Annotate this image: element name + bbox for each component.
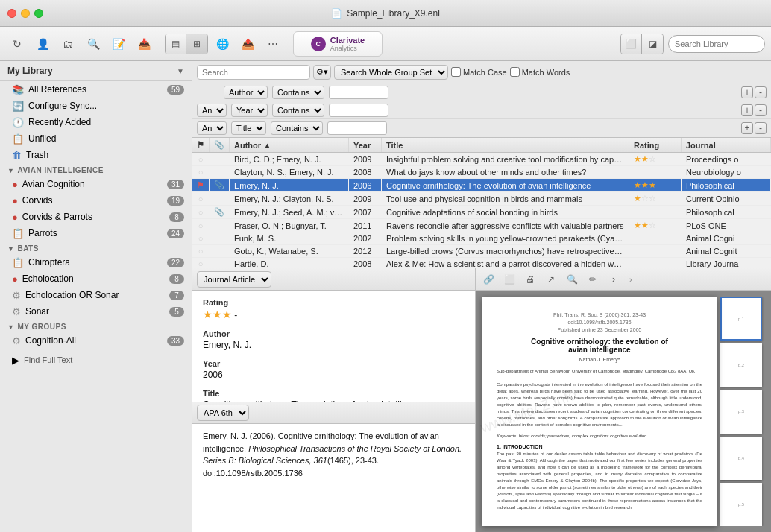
sidebar-item-sonar[interactable]: ⚙ Sonar 5 [0, 303, 192, 320]
filter-1-add-button[interactable]: + [741, 86, 753, 98]
pdf-link-button[interactable]: 🔗 [480, 271, 497, 288]
match-words-label[interactable]: Match Words [510, 67, 570, 77]
sidebar-item-corvids-parrots[interactable]: ● Corvids & Parrots 8 [0, 209, 192, 225]
table-row[interactable]: ○ Hartle, D. 2008 Alex & Me: How a scien… [192, 258, 771, 269]
group-avian-intelligence[interactable]: ▼ Avian Intelligence [0, 163, 192, 176]
new-ref-button[interactable]: 📝 [107, 33, 130, 55]
match-case-label[interactable]: Match Case [451, 67, 507, 77]
pdf-thumb-1[interactable]: p.1 [720, 297, 762, 341]
search-button[interactable]: 🔍 [82, 33, 104, 55]
filter-1-value[interactable] [329, 86, 388, 99]
sidebar-item-corvids[interactable]: ● Corvids 19 [0, 192, 192, 209]
clarivate-button[interactable]: C Clarivate Analytics [293, 31, 383, 57]
sidebar-item-all-references[interactable]: 📚 All References 59 [0, 81, 192, 98]
pdf-thumb-3[interactable]: p.3 [720, 390, 762, 433]
filter-2-value[interactable] [329, 104, 388, 117]
reference-type-select[interactable]: Journal Article [197, 271, 271, 288]
filter-3-remove-button[interactable]: - [755, 122, 767, 134]
export-button[interactable]: 📤 [236, 33, 259, 55]
pdf-thumb-4[interactable]: p.4 [720, 437, 762, 480]
group-my-groups[interactable]: ▼ My Groups [0, 320, 192, 332]
pdf-share-button[interactable]: ↗ [543, 271, 559, 288]
table-row[interactable]: ○ Goto, K.; Watanabe, S. 2012 Large-bill… [192, 245, 771, 258]
filter-3-condition[interactable]: Contains [271, 121, 323, 135]
match-words-checkbox[interactable] [510, 67, 520, 77]
table-row[interactable]: ○ 📎 Emery, N. J.; Seed, A. M.; von ... 2… [192, 206, 771, 219]
col-header-author[interactable]: Author ▲ [230, 138, 349, 153]
filter-3-value[interactable] [327, 121, 387, 135]
table-row[interactable]: ⚑ 📎 Emery, N. J. 2006 Cognitive ornithol… [192, 179, 771, 192]
pdf-thumb-5[interactable]: p.5 [720, 483, 762, 526]
pdf-search-button[interactable]: 🔍 [564, 271, 580, 288]
col-header-journal[interactable]: Journal [682, 138, 771, 153]
library-search-input[interactable] [668, 35, 765, 53]
pdf-abstract: Sub-department of Animal Behaviour, Univ… [497, 368, 702, 428]
view-list-button[interactable]: ▤ [166, 34, 186, 54]
groups-button[interactable]: 🗂 [57, 33, 79, 55]
col-header-rating[interactable]: Rating [629, 138, 682, 153]
filter-2-add-button[interactable]: + [741, 104, 753, 116]
refresh-button[interactable]: ↻ [6, 33, 28, 55]
match-case-checkbox[interactable] [451, 67, 461, 77]
sidebar-item-configure-sync[interactable]: 🔄 Configure Sync... [0, 98, 192, 114]
filter-row-1: Author Contains + - [192, 83, 771, 101]
pdf-print-button[interactable]: 🖨 [522, 271, 538, 288]
citation-format-select[interactable]: APA 6th [197, 405, 249, 421]
cell-attach [210, 192, 230, 206]
filter-3-add-button[interactable]: + [741, 122, 753, 134]
filter-2-field[interactable]: Year [231, 104, 268, 117]
minimize-button[interactable] [21, 9, 30, 18]
close-button[interactable] [7, 9, 16, 18]
filter-2-logic[interactable]: And [197, 104, 227, 117]
filter-3-field[interactable]: Title [231, 121, 266, 135]
pdf-annotate-button[interactable]: ✏ [585, 271, 601, 288]
filter-2-condition[interactable]: Contains [272, 104, 324, 117]
sync-button[interactable]: 👤 [31, 33, 54, 55]
table-row[interactable]: ○ Bird, C. D.; Emery, N. J. 2009 Insight… [192, 153, 771, 166]
pdf-more-button[interactable]: › [605, 271, 622, 288]
filter-3-logic[interactable]: And [197, 121, 227, 135]
reference-list[interactable]: ⚑ 📎 Author ▲ Year Title Rating Journal ○… [192, 138, 771, 268]
pdf-open-button[interactable]: ⬜ [501, 271, 517, 288]
col-header-year[interactable]: Year [349, 138, 382, 153]
layout-2-button[interactable]: ◪ [642, 34, 663, 54]
content-area: ⚙▾ Search Whole Group Set Match Case Mat… [192, 61, 771, 532]
import-button[interactable]: 📥 [133, 33, 155, 55]
col-header-title[interactable]: Title [382, 138, 629, 153]
sidebar-item-unfiled[interactable]: 📋 Unfiled [0, 130, 192, 147]
view-split-button[interactable]: ⊞ [186, 34, 207, 54]
col-header-attach[interactable]: 📎 [210, 138, 230, 153]
filter-2-remove-button[interactable]: - [755, 104, 767, 116]
pdf-thumb-2[interactable]: p.2 [720, 343, 762, 387]
sidebar-item-recently-added[interactable]: 🕐 Recently Added [0, 114, 192, 130]
sidebar-item-avian-cognition[interactable]: ● Avian Cognition 31 [0, 176, 192, 192]
sidebar-item-chiroptera[interactable]: 📋 Chiroptera 22 [0, 254, 192, 270]
more-button[interactable]: ⋯ [262, 33, 284, 55]
sidebar-item-cognition-all[interactable]: ⚙ Cognition-All 33 [0, 332, 192, 349]
table-row[interactable]: ○ Funk, M. S. 2002 Problem solving skill… [192, 232, 771, 245]
table-row[interactable]: ○ Clayton, N. S.; Emery, N. J. 2008 What… [192, 166, 771, 179]
sidebar-item-trash[interactable]: 🗑 Trash [0, 147, 192, 163]
search-scope-select[interactable]: Search Whole Group Set [334, 65, 448, 80]
maximize-button[interactable] [34, 9, 43, 18]
filter-1-remove-button[interactable]: - [755, 86, 767, 98]
filter-1-condition[interactable]: Contains [272, 86, 324, 99]
sidebar-item-echolocation-or-sonar[interactable]: ⚙ Echolocation OR Sonar 7 [0, 287, 192, 303]
col-header-flag[interactable]: ⚑ [192, 138, 210, 153]
search-input[interactable] [197, 65, 310, 80]
table-row[interactable]: ○ Fraser, O. N.; Bugnyar, T. 2011 Ravens… [192, 219, 771, 232]
cell-journal: Current Opinio [682, 192, 771, 206]
table-row[interactable]: ○ Emery, N. J.; Clayton, N. S. 2009 Tool… [192, 192, 771, 206]
pdf-content-area[interactable]: Phil. Trans. R. Soc. B (2006) 361, 23-43… [476, 291, 771, 532]
detail-scroll[interactable]: Rating ★★★ - Author Emery, N. J. Year 20… [192, 291, 475, 402]
search-options-button[interactable]: ⚙▾ [313, 65, 331, 80]
sidebar-item-find-full-text[interactable]: ▶ Find Full Text [0, 352, 192, 368]
filter-1-field[interactable]: Author [224, 86, 268, 99]
layout-1-button[interactable]: ⬜ [621, 34, 642, 54]
sidebar-item-parrots[interactable]: 📋 Parrots 24 [0, 225, 192, 241]
sidebar-item-echolocation[interactable]: ● Echolocation 8 [0, 270, 192, 287]
toolbar-right: ⬜ ◪ [620, 34, 765, 54]
detail-area: Journal Article Rating ★★★ - Author Emer… [192, 268, 771, 532]
group-bats[interactable]: ▼ Bats [0, 241, 192, 254]
globe-button[interactable]: 🌐 [211, 33, 233, 55]
